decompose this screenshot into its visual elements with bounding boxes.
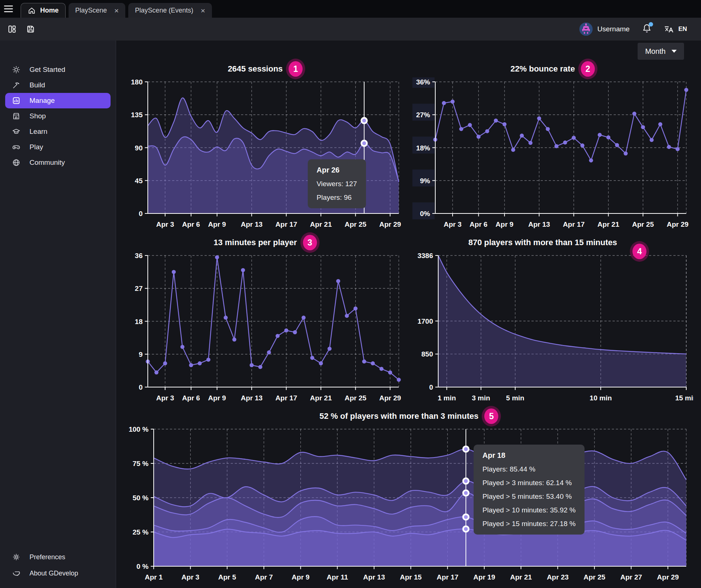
svg-text:Apr 3: Apr 3 [181,573,199,581]
sidebar-item-learn[interactable]: Learn [0,124,116,139]
sidebar-item-label: Build [29,81,45,89]
tab-home[interactable]: Home [21,3,66,18]
sidebar-item-label: Manage [29,97,55,105]
tour-badge-5[interactable]: 5 [484,408,498,424]
sidebar-item-build[interactable]: Build [0,77,116,93]
period-dropdown-label: Month [645,47,666,56]
sidebar-item-about[interactable]: About GDevelop [0,565,116,581]
username-label: Username [597,25,630,33]
tooltip-line: Played > 5 minutes: 53.40 % [482,493,576,501]
svg-text:36%: 36% [416,78,430,86]
svg-text:Apr 5: Apr 5 [218,573,236,581]
tour-badge-2[interactable]: 2 [581,61,595,77]
tab-playscene-events[interactable]: PlayScene (Events) × [128,3,212,18]
svg-text:180: 180 [131,78,143,86]
save-floppy-icon [26,25,35,34]
players-duration-chart[interactable]: 0850170033861 min3 min5 min10 min15 min [412,251,694,408]
svg-text:50 %: 50 % [133,494,149,502]
svg-text:27%: 27% [416,111,430,119]
close-icon[interactable]: × [114,7,119,14]
svg-text:Apr 3: Apr 3 [444,220,462,228]
close-icon[interactable]: × [200,7,205,14]
hamburger-menu-button[interactable] [0,0,17,18]
tour-badge-4[interactable]: 4 [632,244,646,259]
svg-text:10 min: 10 min [590,394,612,402]
user-account-button[interactable]: Username [579,22,630,36]
tooltip-line: Played > 10 minutes: 35.92 % [482,506,576,514]
tooltip-line: Viewers: 127 [317,180,357,188]
tab-label: PlayScene (Events) [135,7,193,14]
svg-text:15 min: 15 min [675,394,694,402]
svg-text:1 min: 1 min [437,394,456,402]
sessions-chart-card: 2645 sessions 1 04590135180Apr 3Apr 6Apr… [124,60,406,234]
toolbar: Username EN [0,18,701,41]
analytics-icon [12,96,21,105]
svg-text:Apr 21: Apr 21 [310,394,332,402]
svg-text:0 %: 0 % [136,563,149,570]
sun-icon [12,65,21,74]
svg-text:90: 90 [135,144,143,152]
storefront-icon [12,112,21,121]
period-dropdown[interactable]: Month [638,43,684,60]
sidebar-spacer [0,170,116,549]
svg-text:Apr 17: Apr 17 [275,220,297,228]
notifications-button[interactable] [642,23,652,35]
svg-text:Apr 6: Apr 6 [470,220,488,228]
svg-text:Apr 9: Apr 9 [208,394,226,402]
svg-text:9%: 9% [420,177,430,185]
pickaxe-icon [12,81,21,90]
tooltip-line: Players: 85.44 % [482,465,576,473]
sessions-tooltip: Apr 26 Viewers: 127 Players: 96 [308,159,366,208]
sidebar-item-shop[interactable]: Shop [0,108,116,124]
chart-title-text: 52 % of players with more than 3 minutes [320,411,479,421]
svg-text:100 %: 100 % [129,425,149,433]
tour-badge-3[interactable]: 3 [303,235,317,250]
svg-text:Apr 29: Apr 29 [379,220,401,228]
sidebar-item-label: Learn [29,128,48,136]
chart-title: 22% bounce rate 2 [412,60,694,77]
svg-text:Apr 25: Apr 25 [345,394,367,402]
tooltip-date: Apr 26 [317,166,357,174]
svg-text:18: 18 [135,318,143,326]
tooltip-line: Players: 96 [317,194,357,202]
tooltip-line: Played > 15 minutes: 27.18 % [482,520,576,528]
sidebar-item-label: Community [29,159,65,167]
globe-icon [12,158,21,167]
svg-text:Apr 3: Apr 3 [156,220,174,228]
svg-text:Apr 23: Apr 23 [547,573,569,581]
svg-text:Apr 6: Apr 6 [182,220,200,228]
svg-text:0: 0 [139,383,143,391]
players-percent-tooltip: Apr 18 Players: 85.44 % Played > 3 minut… [474,445,585,535]
svg-text:45: 45 [135,177,143,185]
bounce-rate-chart-card: 22% bounce rate 2 0%9%18%27%36%Apr 3Apr … [412,60,694,234]
sidebar-item-community[interactable]: Community [0,155,116,170]
tab-label: Home [40,7,59,14]
sidebar-item-get-started[interactable]: Get Started [0,62,116,77]
chart-title: 52 % of players with more than 3 minutes… [124,408,694,425]
svg-text:Apr 19: Apr 19 [473,573,495,581]
sidebar-item-preferences[interactable]: Preferences [0,549,116,565]
sidebar: Get Started Build Manage [0,41,116,588]
svg-text:Apr 29: Apr 29 [657,573,679,581]
open-project-manager-button[interactable] [6,23,18,35]
svg-text:0: 0 [429,383,433,391]
svg-text:Apr 25: Apr 25 [632,220,654,228]
sidebar-item-manage[interactable]: Manage [5,93,111,108]
tab-playscene[interactable]: PlayScene × [69,3,125,18]
sessions-chart[interactable]: 04590135180Apr 3Apr 6Apr 9Apr 13Apr 17Ap… [124,77,406,234]
svg-text:Apr 21: Apr 21 [597,220,620,228]
chart-title-text: 13 minutes per player [213,238,297,247]
analytics-dashboard: Month 2645 sessions 1 04590135180Apr 3Ap… [116,41,701,588]
bounce-rate-chart[interactable]: 0%9%18%27%36%Apr 3Apr 6Apr 9Apr 13Apr 17… [412,77,694,234]
avatar [579,22,593,36]
chart-title-text: 22% bounce rate [510,64,575,74]
minutes-per-player-chart[interactable]: 09182736Apr 3Apr 6Apr 9Apr 13Apr 17Apr 2… [124,251,406,408]
tour-badge-1[interactable]: 1 [289,61,303,77]
save-button[interactable] [24,23,37,35]
players-percent-chart[interactable]: 0 %25 %50 %75 %100 %Apr 1Apr 3Apr 5Apr 7… [124,425,694,587]
sidebar-item-play[interactable]: Play [0,139,116,155]
svg-text:135: 135 [131,111,143,119]
svg-text:Apr 17: Apr 17 [275,394,297,402]
language-selector[interactable]: EN [664,25,687,34]
svg-text:Apr 21: Apr 21 [510,573,532,581]
